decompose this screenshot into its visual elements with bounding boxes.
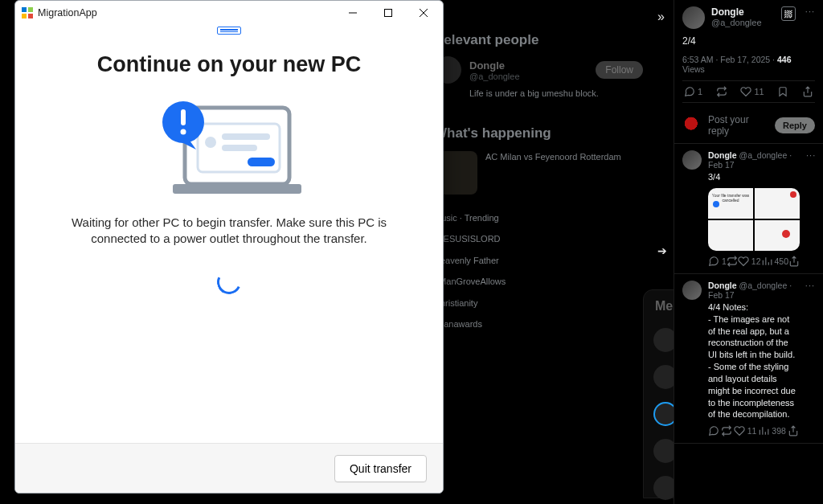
tweet-text: 2/4: [682, 35, 815, 47]
window-title: MigrationApp: [38, 7, 335, 18]
relevant-user-row[interactable]: Dongle @a_donglee Follow: [434, 56, 643, 84]
main-tweet[interactable]: Dongle @a_donglee ⛆ ··· 2/4 6:53 AM · Fe…: [674, 0, 823, 108]
app-icon: [22, 7, 33, 18]
heart-icon: [734, 425, 745, 436]
svg-rect-6: [222, 145, 257, 151]
reply-icon: [708, 425, 719, 436]
tweet-meta: 6:53 AM · Feb 17, 2025 · 446 Views: [682, 55, 815, 74]
author-name[interactable]: Dongle: [708, 281, 737, 290]
close-icon: [420, 9, 428, 17]
reply-placeholder[interactable]: Post your reply: [708, 114, 768, 137]
reply-action[interactable]: 1: [708, 256, 727, 267]
more-icon[interactable]: ···: [806, 150, 816, 160]
window-footer: Quit transfer: [15, 443, 443, 493]
reply-tweet[interactable]: Dongle @a_donglee · Feb 17 4/4 Notes: - …: [674, 274, 823, 444]
author-name[interactable]: Dongle: [711, 6, 762, 18]
svg-rect-2: [173, 184, 301, 194]
tweet-date: Feb 17: [708, 290, 735, 300]
share-icon: [802, 86, 813, 97]
reply-button[interactable]: Reply: [775, 117, 815, 133]
avatar: [682, 116, 702, 135]
maximize-icon: [384, 9, 392, 17]
heart-icon: [738, 256, 749, 267]
author-handle[interactable]: @a_donglee: [739, 281, 788, 290]
reply-tweet[interactable]: Dongle @a_donglee · Feb 17 3/4 Your file…: [674, 144, 823, 274]
tweet-thread-column: Dongle @a_donglee ⛆ ··· 2/4 6:53 AM · Fe…: [674, 0, 823, 504]
analytics-icon: [758, 425, 769, 436]
share-icon: [788, 425, 799, 436]
grok-icon[interactable]: ⛆: [781, 6, 796, 21]
reply-count: 1: [698, 87, 702, 96]
relevant-user-handle: @a_donglee: [469, 72, 520, 81]
minimize-button[interactable]: [335, 1, 371, 25]
avatar[interactable]: [682, 6, 705, 29]
reply-action[interactable]: [708, 425, 719, 436]
page-heading: Continue on your new PC: [15, 52, 443, 77]
maximize-button[interactable]: [371, 1, 406, 25]
migration-app-window: MigrationApp Continue on your new PC: [14, 0, 444, 494]
avatar[interactable]: [682, 281, 702, 300]
bookmark-action[interactable]: [777, 86, 788, 97]
relevant-people-heading: Relevant people: [434, 32, 643, 48]
retweet-icon: [721, 425, 732, 436]
share-action[interactable]: [802, 86, 813, 97]
analytics-icon: [761, 256, 772, 267]
like-action[interactable]: 11: [734, 425, 757, 436]
illustration: [15, 92, 443, 200]
reply-action[interactable]: 1: [684, 86, 702, 97]
relevant-user-name: Dongle: [469, 59, 520, 72]
like-action[interactable]: 12: [738, 256, 761, 267]
views-action[interactable]: 450: [761, 256, 789, 267]
reply-icon: [708, 256, 719, 267]
author-name[interactable]: Dongle: [708, 150, 737, 160]
quit-transfer-button[interactable]: Quit transfer: [334, 455, 427, 482]
tweet-image-grid[interactable]: Your file transfer was cancelled: [708, 188, 800, 251]
svg-rect-7: [248, 158, 275, 166]
trend-item[interactable]: AC Milan vs Feyenoord Rotterdam: [434, 151, 643, 195]
retweet-action[interactable]: [727, 256, 738, 267]
trend-text: AC Milan vs Feyenoord Rotterdam: [485, 151, 621, 195]
whats-happening-heading: What's happening: [434, 125, 643, 141]
svg-point-10: [181, 129, 186, 135]
author-handle[interactable]: @a_donglee: [739, 150, 788, 160]
status-description: Waiting for other PC to begin transfer. …: [15, 215, 443, 248]
bookmark-icon: [777, 86, 788, 97]
retweet-icon: [716, 86, 727, 97]
views-action[interactable]: 398: [758, 425, 786, 436]
next-image-arrow[interactable]: ➔: [657, 244, 667, 257]
trend-list: Music · Trending #JESUSISLORD Heavenly F…: [434, 207, 643, 334]
more-icon[interactable]: ···: [805, 281, 815, 290]
retweet-icon: [727, 256, 738, 267]
like-count: 11: [754, 87, 764, 96]
expand-icon[interactable]: »: [657, 10, 665, 24]
svg-rect-5: [222, 133, 270, 140]
loading-spinner-icon: [214, 266, 244, 297]
heart-icon: [740, 86, 751, 97]
svg-point-4: [205, 137, 216, 148]
retweet-action[interactable]: [721, 425, 732, 436]
reply-composer[interactable]: Post your reply Reply: [674, 108, 823, 144]
author-handle[interactable]: @a_donglee: [711, 18, 762, 28]
window-decoration-icon: [217, 27, 241, 35]
retweet-action[interactable]: [716, 86, 727, 97]
like-action[interactable]: 11: [740, 86, 764, 97]
share-action[interactable]: [788, 256, 800, 267]
share-action[interactable]: [788, 425, 799, 436]
relevant-user-bio: Life is under a big umeshu block.: [469, 88, 643, 98]
follow-button[interactable]: Follow: [596, 61, 643, 79]
close-button[interactable]: [406, 1, 441, 25]
tweet-text: 3/4: [708, 171, 800, 183]
more-icon[interactable]: ···: [805, 6, 815, 29]
tweet-date: Feb 17: [708, 160, 735, 170]
image-caption: Your file transfer was cancelled: [711, 193, 750, 203]
minimize-icon: [349, 9, 357, 17]
tweet-text: 4/4 Notes: - The images are not of the r…: [708, 301, 799, 420]
share-icon: [788, 256, 800, 267]
titlebar[interactable]: MigrationApp: [15, 1, 443, 25]
svg-rect-9: [181, 109, 186, 125]
avatar[interactable]: [682, 150, 702, 170]
reply-icon: [684, 86, 695, 97]
svg-rect-0: [385, 10, 392, 17]
